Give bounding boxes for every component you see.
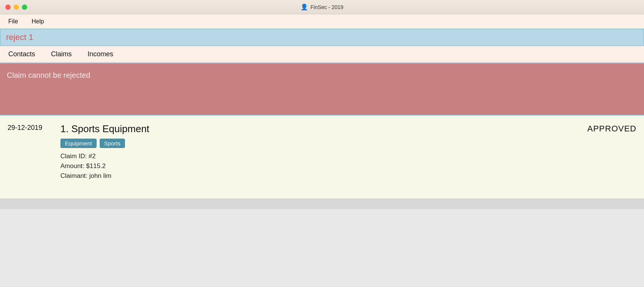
claim-amount: Amount: $115.2 bbox=[60, 162, 636, 170]
menu-help[interactable]: Help bbox=[29, 17, 46, 26]
app-icon: 👤 bbox=[300, 3, 308, 11]
menu-file[interactable]: File bbox=[6, 17, 20, 26]
claim-claimant: Claimant: john lim bbox=[60, 172, 636, 180]
app-title: FinSec - 2019 bbox=[310, 4, 343, 10]
claim-area: 29-12-2019 1. Sports Equipment Equipment… bbox=[0, 116, 644, 199]
claim-tags: Equipment Sports bbox=[60, 139, 636, 148]
maximize-button[interactable] bbox=[22, 5, 27, 10]
tag-sports: Sports bbox=[100, 139, 125, 148]
search-bar bbox=[0, 29, 644, 46]
close-button[interactable] bbox=[5, 5, 11, 10]
title-bar-text: 👤 FinSec - 2019 bbox=[300, 3, 343, 11]
tab-claims[interactable]: Claims bbox=[49, 49, 74, 60]
claim-row: 29-12-2019 1. Sports Equipment Equipment… bbox=[0, 123, 644, 182]
claim-date: 29-12-2019 bbox=[8, 123, 57, 132]
menu-bar: File Help bbox=[0, 14, 644, 29]
error-message: Claim cannot be rejected bbox=[7, 71, 90, 79]
error-banner: Claim cannot be rejected bbox=[0, 63, 644, 116]
tab-contacts[interactable]: Contacts bbox=[6, 49, 37, 60]
claim-status: APPROVED bbox=[587, 124, 636, 134]
window-controls bbox=[5, 5, 27, 10]
claim-id: Claim ID: #2 bbox=[60, 153, 636, 160]
title-bar: 👤 FinSec - 2019 bbox=[0, 0, 644, 14]
tag-equipment: Equipment bbox=[60, 139, 97, 148]
search-input[interactable] bbox=[6, 32, 638, 42]
claim-content: 1. Sports Equipment Equipment Sports Cla… bbox=[57, 123, 636, 182]
bottom-bar bbox=[0, 199, 644, 209]
minimize-button[interactable] bbox=[14, 5, 19, 10]
tab-incomes[interactable]: Incomes bbox=[85, 49, 116, 60]
claim-title: 1. Sports Equipment bbox=[60, 123, 636, 135]
nav-tabs: Contacts Claims Incomes bbox=[0, 46, 644, 63]
